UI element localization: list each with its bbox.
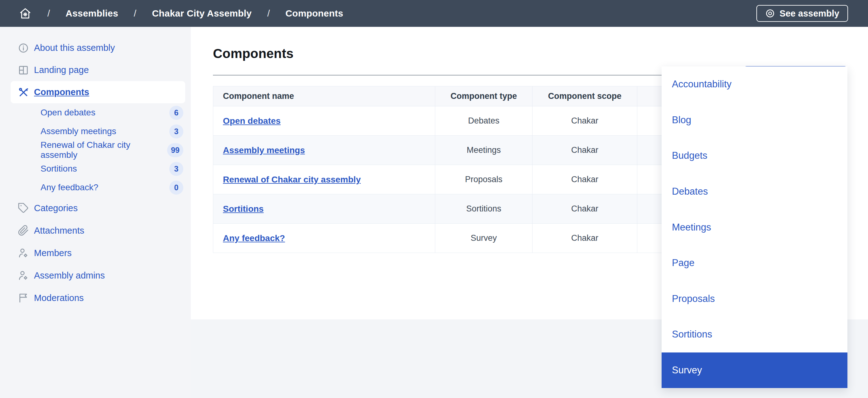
sidebar-item-label: Attachments — [34, 225, 84, 236]
sidebar-item-categories[interactable]: Categories — [10, 197, 185, 219]
column-header-component-type: Component type — [435, 86, 532, 106]
sidebar-subitem-renewal[interactable]: Renewal of Chakar city assembly 99 — [10, 141, 185, 159]
breadcrumb-assemblies[interactable]: Assemblies — [65, 8, 118, 19]
page-title: Components — [213, 46, 847, 61]
menu-item-page[interactable]: Page — [661, 245, 847, 281]
sidebar-item-label: Components — [34, 87, 89, 97]
component-link-any-feedback[interactable]: Any feedback? — [223, 233, 285, 243]
topbar: / Assemblies / Chakar City Assembly / Co… — [0, 0, 868, 27]
component-scope-cell: Chakar — [532, 106, 637, 136]
breadcrumb-separator: / — [48, 8, 50, 19]
component-link-renewal[interactable]: Renewal of Chakar city assembly — [223, 175, 361, 184]
breadcrumb-separator: / — [267, 8, 270, 19]
flag-icon — [18, 292, 29, 304]
subitem-label: Renewal of Chakar city assembly — [40, 140, 167, 160]
layout-grid-icon — [18, 65, 29, 76]
component-type-cell: Proposals — [435, 165, 532, 194]
menu-item-blog[interactable]: Blog — [661, 102, 847, 138]
sidebar: About this assembly Landing page Compone… — [0, 27, 191, 398]
sidebar-item-label: Categories — [34, 203, 78, 213]
count-badge: 3 — [169, 124, 183, 139]
sidebar-item-label: Assembly admins — [34, 270, 105, 281]
user-gear-icon — [18, 247, 29, 258]
column-header-component-scope: Component scope — [532, 86, 637, 106]
breadcrumb-components[interactable]: Components — [286, 8, 343, 19]
menu-item-accountability[interactable]: Accountability — [661, 66, 847, 102]
subitem-label: Open debates — [40, 108, 169, 118]
menu-item-survey[interactable]: Survey — [661, 353, 847, 388]
sidebar-item-label: Members — [34, 248, 72, 258]
tag-icon — [18, 203, 29, 214]
count-badge: 6 — [169, 106, 183, 120]
see-assembly-label: See assembly — [779, 8, 839, 19]
component-type-cell: Meetings — [435, 136, 532, 165]
breadcrumb: / Assemblies / Chakar City Assembly / Co… — [19, 7, 343, 20]
component-link-assembly-meetings[interactable]: Assembly meetings — [223, 145, 305, 155]
count-badge: 99 — [167, 143, 183, 157]
sidebar-item-label: Moderations — [34, 293, 84, 303]
eye-icon — [765, 8, 775, 19]
home-gear-icon — [19, 7, 32, 20]
column-header-component-name: Component name — [213, 86, 435, 106]
component-type-cell: Survey — [435, 224, 532, 253]
breadcrumb-separator: / — [134, 8, 136, 19]
sidebar-item-label: About this assembly — [34, 43, 115, 53]
tools-icon — [18, 87, 29, 98]
subitem-label: Sortitions — [40, 164, 169, 174]
paperclip-icon — [18, 225, 29, 236]
sidebar-subitem-sortitions[interactable]: Sortitions 3 — [10, 159, 185, 178]
menu-item-proposals[interactable]: Proposals — [661, 281, 847, 316]
component-scope-cell: Chakar — [532, 136, 637, 165]
sidebar-item-attachments[interactable]: Attachments — [10, 219, 185, 242]
menu-item-budgets[interactable]: Budgets — [661, 138, 847, 174]
sidebar-item-moderations[interactable]: Moderations — [10, 287, 185, 309]
sidebar-item-about-this-assembly[interactable]: About this assembly — [10, 37, 185, 59]
component-scope-cell: Chakar — [532, 194, 637, 224]
sidebar-subitem-any-feedback[interactable]: Any feedback? 0 — [10, 178, 185, 197]
component-scope-cell: Chakar — [532, 224, 637, 253]
user-gear-icon — [18, 270, 29, 281]
count-badge: 0 — [169, 181, 183, 195]
sidebar-item-landing-page[interactable]: Landing page — [10, 59, 185, 81]
sidebar-item-components[interactable]: Components — [10, 81, 185, 103]
sidebar-item-label: Landing page — [34, 65, 89, 75]
sidebar-item-assembly-admins[interactable]: Assembly admins — [10, 264, 185, 287]
sidebar-item-members[interactable]: Members — [10, 242, 185, 264]
component-type-cell: Sortitions — [435, 194, 532, 224]
add-component-menu: Accountability Blog Budgets Debates Meet… — [661, 66, 847, 388]
component-link-open-debates[interactable]: Open debates — [223, 116, 281, 126]
sidebar-bottom-group: Categories Attachments — [0, 197, 191, 309]
sidebar-subitem-assembly-meetings[interactable]: Assembly meetings 3 — [10, 122, 185, 141]
breadcrumb-assembly-name[interactable]: Chakar City Assembly — [152, 8, 252, 19]
menu-item-meetings[interactable]: Meetings — [661, 209, 847, 245]
home-link[interactable] — [19, 7, 32, 20]
see-assembly-button[interactable]: See assembly — [756, 5, 848, 22]
subitem-label: Any feedback? — [40, 182, 169, 192]
component-type-cell: Debates — [435, 106, 532, 136]
count-badge: 3 — [169, 162, 183, 176]
sidebar-subitem-open-debates[interactable]: Open debates 6 — [10, 103, 185, 122]
menu-item-debates[interactable]: Debates — [661, 174, 847, 210]
info-icon — [18, 42, 29, 54]
component-scope-cell: Chakar — [532, 165, 637, 194]
subitem-label: Assembly meetings — [40, 126, 169, 136]
menu-item-sortitions[interactable]: Sortitions — [661, 316, 847, 353]
component-link-sortitions[interactable]: Sortitions — [223, 204, 264, 214]
